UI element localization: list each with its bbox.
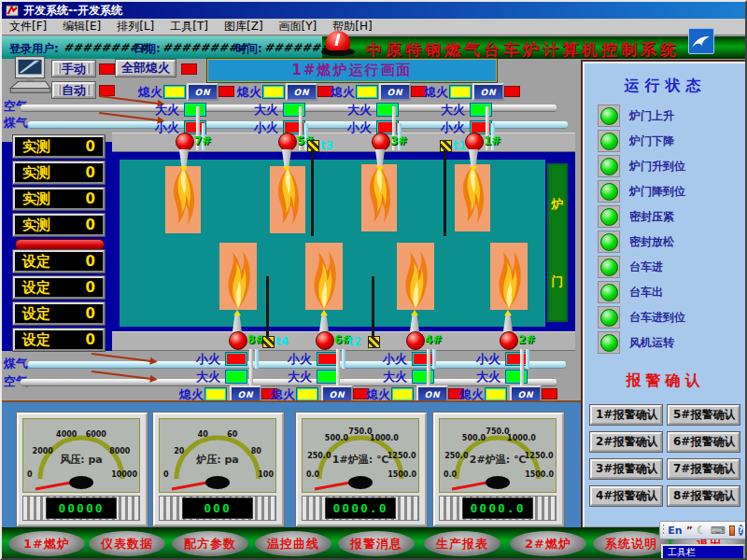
menu-item[interactable]: 图库[Z] — [224, 19, 263, 35]
status-light — [598, 231, 620, 253]
burner-state-label: 大火 — [196, 369, 220, 385]
readout-value: 0 — [86, 138, 95, 155]
burner-state-label: 小火 — [196, 351, 220, 368]
on-button[interactable]: ON — [472, 83, 504, 101]
on-button[interactable]: ON — [379, 83, 411, 101]
burner-valve-icon — [176, 133, 194, 151]
alarm-confirm-button[interactable]: 1#报警确认 — [590, 405, 662, 425]
gauge-panel: 020406080100炉压: pa000 — [153, 413, 284, 526]
svg-text:0.0: 0.0 — [306, 470, 320, 479]
nav-button[interactable]: 仪表数据 — [89, 531, 165, 556]
alarm-confirm-button[interactable]: 5#报警确认 — [668, 405, 740, 425]
toolbox-window[interactable]: 工具栏 — [661, 544, 745, 560]
svg-text:250.0: 250.0 — [307, 452, 331, 460]
burner-state-label: 小火 — [476, 351, 500, 368]
readout-label: 设定 — [22, 305, 50, 323]
auto-button[interactable]: 自动 — [52, 82, 95, 98]
status-label: 密封放松 — [629, 234, 674, 250]
keyboard-icon[interactable]: ⌨ — [711, 525, 726, 536]
status-label: 炉门下降 — [629, 133, 674, 149]
measured-display: 实测0 — [13, 135, 105, 158]
all-off-indicator — [181, 63, 197, 75]
help-icon[interactable]: ? — [739, 525, 743, 536]
language-bar[interactable]: En ” ☾ ⌨ ? — [659, 521, 747, 539]
status-light — [598, 155, 620, 177]
alarm-confirm-button[interactable]: 2#报警确认 — [590, 432, 662, 452]
alarm-confirm-label: 7#报警确认 — [673, 461, 735, 477]
time-label: 时间: — [235, 41, 262, 57]
menu-item[interactable]: 编辑[E] — [63, 19, 101, 35]
burner-valve-icon — [278, 133, 297, 151]
alarm-confirm-button[interactable]: 4#报警确认 — [590, 486, 662, 506]
svg-text:60: 60 — [227, 430, 238, 439]
nav-button[interactable]: 系统说明 — [593, 531, 669, 556]
alarm-confirm-label: 4#报警确认 — [596, 488, 657, 504]
nav-button[interactable]: 配方参数 — [172, 531, 248, 556]
nav-button[interactable]: 温控曲线 — [255, 531, 331, 556]
burner-state-label: 小火 — [155, 119, 179, 136]
ime-moon-icon[interactable]: ☾ — [697, 525, 707, 536]
alarm-confirm-button[interactable]: 3#报警确认 — [590, 459, 662, 479]
nav-button[interactable]: 报警消息 — [338, 531, 415, 556]
off-lamp — [297, 388, 317, 400]
flame-graphic — [490, 243, 528, 310]
on-button[interactable]: ON — [187, 83, 218, 101]
status-light — [598, 205, 620, 228]
menu-item[interactable]: 工具[T] — [170, 19, 208, 35]
nav-button[interactable]: 2#燃炉 — [510, 531, 586, 556]
pipe-stub — [427, 349, 430, 385]
readout-value: 0 — [86, 279, 95, 296]
pipe-stub — [255, 349, 259, 369]
menu-item[interactable]: 排列[L] — [117, 19, 154, 35]
burner-state-label: 小火 — [347, 119, 372, 136]
toolband-icon[interactable] — [729, 525, 735, 536]
svg-text:0: 0 — [163, 470, 169, 479]
gauge-digital-strip: 00000 — [22, 496, 140, 521]
status-light — [598, 105, 620, 127]
big-fire-lamp — [185, 104, 205, 116]
off-lamp — [205, 388, 226, 400]
quote-icon[interactable]: ” — [686, 525, 693, 537]
status-label: 风机运转 — [629, 335, 674, 351]
readout-value: 0 — [86, 331, 95, 348]
burner-state-label: 大火 — [347, 102, 372, 119]
svg-text:1500.0: 1500.0 — [388, 470, 416, 479]
readout-label: 设定 — [22, 331, 50, 349]
flame-graphic — [361, 164, 397, 231]
flame-graphic — [397, 243, 434, 310]
alarm-indicator — [504, 86, 520, 97]
nav-button[interactable]: 生产报表 — [424, 531, 500, 556]
readout-value: 0 — [86, 217, 95, 233]
alarm-confirm-label: 6#报警确认 — [673, 434, 735, 450]
manual-button[interactable]: 手动 — [52, 61, 95, 77]
svg-text:250.0: 250.0 — [444, 452, 469, 460]
nav-button[interactable]: 1#燃炉 — [8, 531, 85, 556]
titlebar[interactable]: 开发系统--开发系统 — [2, 2, 745, 19]
all-off-button[interactable]: 全部熄火 — [116, 60, 176, 77]
svg-text:炉压: pa: 炉压: pa — [195, 454, 239, 466]
readout-label: 实测 — [22, 164, 50, 182]
language-indicator[interactable]: En — [668, 525, 682, 537]
grip-icon[interactable] — [663, 525, 664, 536]
alarm-confirm-label: 3#报警确认 — [596, 461, 657, 477]
menu-item[interactable]: 画面[Y] — [279, 19, 317, 35]
pipe-stub — [342, 349, 345, 369]
svg-text:2#炉温: ℃: 2#炉温: ℃ — [470, 454, 526, 466]
alarm-confirm-button[interactable]: 7#报警确认 — [668, 459, 740, 479]
alarm-confirm-label: 1#报警确认 — [596, 407, 657, 423]
readout-label: 实测 — [22, 217, 50, 234]
menu-item[interactable]: 文件[F] — [9, 19, 47, 35]
status-label: 台车出 — [629, 285, 663, 301]
burner-state-label: 熄火 — [331, 84, 355, 101]
pipe-stub — [526, 349, 529, 369]
window-title: 开发系统--开发系统 — [23, 3, 122, 19]
on-button[interactable]: ON — [286, 83, 317, 101]
screen-title: 1#燃炉运行画面 — [207, 59, 497, 82]
readout-value: 0 — [86, 164, 95, 181]
status-light — [598, 331, 620, 354]
alarm-confirm-button[interactable]: 6#报警确认 — [668, 432, 740, 452]
burner-id-label: 7# — [194, 134, 211, 147]
svg-text:500.0: 500.0 — [325, 434, 349, 442]
thermocouple-rod — [444, 150, 446, 236]
alarm-confirm-button[interactable]: 8#报警确认 — [668, 486, 740, 506]
